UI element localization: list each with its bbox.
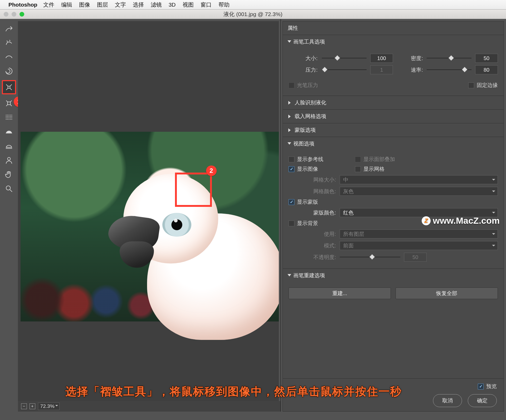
mask-options-label: 蒙版选项 xyxy=(295,126,316,134)
preview-checkbox[interactable]: 预览 xyxy=(478,383,497,390)
twirl-tool[interactable] xyxy=(4,66,14,76)
rate-label: 速率: xyxy=(401,66,423,74)
pressure-slider[interactable] xyxy=(322,67,367,73)
pressure-label: 压力: xyxy=(289,66,318,74)
show-mesh-checkbox[interactable]: 显示网格 xyxy=(355,165,385,173)
properties-panel: 属性 画笔工具选项 大小: 100 压力: 1 xyxy=(280,19,506,412)
zoom-level-select[interactable]: 72.3% xyxy=(38,403,60,410)
density-input[interactable]: 50 xyxy=(475,54,498,63)
svg-point-0 xyxy=(7,157,10,160)
canvas[interactable]: 2 xyxy=(18,21,279,401)
window-title: 液化 (001.jpg @ 72.3%) xyxy=(223,11,282,18)
show-background-checkbox[interactable]: 显示背景 xyxy=(289,220,318,227)
freeze-mask-tool[interactable] xyxy=(4,126,14,137)
zoom-tool[interactable] xyxy=(4,183,14,194)
macos-menubar: Photoshop 文件 编辑 图像 图层 文字 选择 滤镜 3D 视图 窗口 … xyxy=(0,0,506,9)
menu-window[interactable]: 窗口 xyxy=(201,1,212,8)
annotation-box-2 xyxy=(175,173,212,207)
density-slider[interactable] xyxy=(427,55,471,61)
bloat-tool[interactable] xyxy=(4,98,14,109)
cancel-button[interactable]: 取消 xyxy=(433,394,462,407)
use-label: 使用: xyxy=(289,231,336,238)
mask-color-label: 蒙版颜色: xyxy=(289,209,336,216)
show-background-label: 显示背景 xyxy=(297,220,318,227)
smooth-tool[interactable] xyxy=(4,52,14,62)
watermark-text: www.MacZ.com xyxy=(433,216,500,226)
window-titlebar: 液化 (001.jpg @ 72.3%) xyxy=(0,9,506,19)
close-window-icon[interactable] xyxy=(4,12,8,17)
load-mesh-label: 载入网格选项 xyxy=(295,113,326,120)
show-face-overlay-checkbox: 显示面部叠加 xyxy=(355,156,395,163)
mesh-color-select: 灰色 xyxy=(340,187,498,196)
minimize-window-icon[interactable] xyxy=(12,12,16,17)
show-guides-checkbox[interactable]: 显示参考线 xyxy=(289,156,323,163)
mesh-size-select: 中 xyxy=(340,175,498,184)
chevron-right-icon xyxy=(288,128,293,132)
menu-file[interactable]: 文件 xyxy=(43,1,54,8)
mesh-size-label: 网格大小: xyxy=(289,176,336,183)
mask-options-header[interactable]: 蒙版选项 xyxy=(283,123,504,137)
opacity-label: 不透明度: xyxy=(289,254,336,261)
use-select: 所有图层 xyxy=(340,229,498,238)
app-name[interactable]: Photoshop xyxy=(8,2,37,8)
restore-all-button[interactable]: 恢复全部 xyxy=(396,287,498,299)
size-label: 大小: xyxy=(289,55,318,62)
show-mask-checkbox[interactable]: 显示蒙版 xyxy=(289,198,318,206)
menu-edit[interactable]: 编辑 xyxy=(61,1,72,8)
tutorial-hint: 选择「褶皱工具」，将鼠标移到图像中，然后单击鼠标并按住一秒 xyxy=(65,384,402,399)
menu-3d[interactable]: 3D xyxy=(169,2,176,8)
mode-label: 模式: xyxy=(289,242,336,249)
opacity-slider xyxy=(340,254,400,260)
reconstruct-options-header[interactable]: 画笔重建选项 xyxy=(283,269,504,282)
show-mask-label: 显示蒙版 xyxy=(297,198,318,206)
menu-filter[interactable]: 滤镜 xyxy=(151,1,162,8)
menu-layer[interactable]: 图层 xyxy=(97,1,108,8)
reconstruct-button[interactable]: 重建... xyxy=(289,287,391,299)
ok-button[interactable]: 确定 xyxy=(468,394,497,407)
zoom-window-icon[interactable] xyxy=(20,12,24,17)
thaw-mask-tool[interactable] xyxy=(4,141,14,151)
pin-edges-label: 固定边缘 xyxy=(477,82,498,89)
push-left-tool[interactable] xyxy=(4,112,14,123)
menu-view[interactable]: 视图 xyxy=(183,1,194,8)
menu-help[interactable]: 帮助 xyxy=(218,1,230,8)
traffic-lights xyxy=(4,12,24,17)
rate-input[interactable]: 80 xyxy=(475,65,498,74)
size-slider[interactable] xyxy=(322,55,367,61)
svg-point-1 xyxy=(6,186,10,190)
menu-select[interactable]: 选择 xyxy=(133,1,144,8)
reconstruct-tool[interactable] xyxy=(4,37,14,48)
forward-warp-tool[interactable] xyxy=(4,23,14,34)
document-image[interactable] xyxy=(21,132,279,321)
zoom-in-button[interactable]: + xyxy=(30,403,35,409)
annotation-badge-2: 2 xyxy=(206,165,217,176)
brush-options-label: 画笔工具选项 xyxy=(293,38,325,45)
zoom-out-button[interactable]: − xyxy=(21,403,27,409)
preview-label: 预览 xyxy=(486,383,497,390)
liquify-toolbar: 1 xyxy=(0,19,18,412)
face-tool[interactable] xyxy=(4,155,14,165)
rate-slider[interactable] xyxy=(427,67,471,73)
menu-image[interactable]: 图像 xyxy=(79,1,90,8)
pen-pressure-checkbox: 光笔压力 xyxy=(289,82,318,89)
show-face-overlay-label: 显示面部叠加 xyxy=(363,156,395,163)
chevron-down-icon xyxy=(288,142,291,146)
chevron-right-icon xyxy=(288,101,293,105)
face-liquify-header[interactable]: 人脸识别液化 xyxy=(283,96,504,109)
menu-type[interactable]: 文字 xyxy=(115,1,126,8)
view-options-label: 视图选项 xyxy=(293,140,314,147)
pucker-tool[interactable] xyxy=(2,80,16,94)
view-options-header[interactable]: 视图选项 xyxy=(283,137,504,150)
show-mesh-label: 显示网格 xyxy=(363,165,385,173)
density-label: 密度: xyxy=(401,55,423,62)
show-image-checkbox[interactable]: 显示图像 xyxy=(289,165,318,173)
chevron-right-icon xyxy=(288,115,293,118)
canvas-area: 2 − + 72.3% 选择「褶皱工具」，将鼠标移到图像中，然后单击鼠标并按住一… xyxy=(18,19,280,412)
hand-tool[interactable] xyxy=(4,169,14,180)
canvas-statusbar: − + 72.3% xyxy=(18,401,280,412)
load-mesh-header[interactable]: 载入网格选项 xyxy=(283,110,504,123)
size-input[interactable]: 100 xyxy=(370,54,393,63)
pin-edges-checkbox[interactable]: 固定边缘 xyxy=(468,82,498,89)
mesh-color-label: 网格颜色: xyxy=(289,188,336,195)
brush-options-header[interactable]: 画笔工具选项 xyxy=(283,35,504,48)
